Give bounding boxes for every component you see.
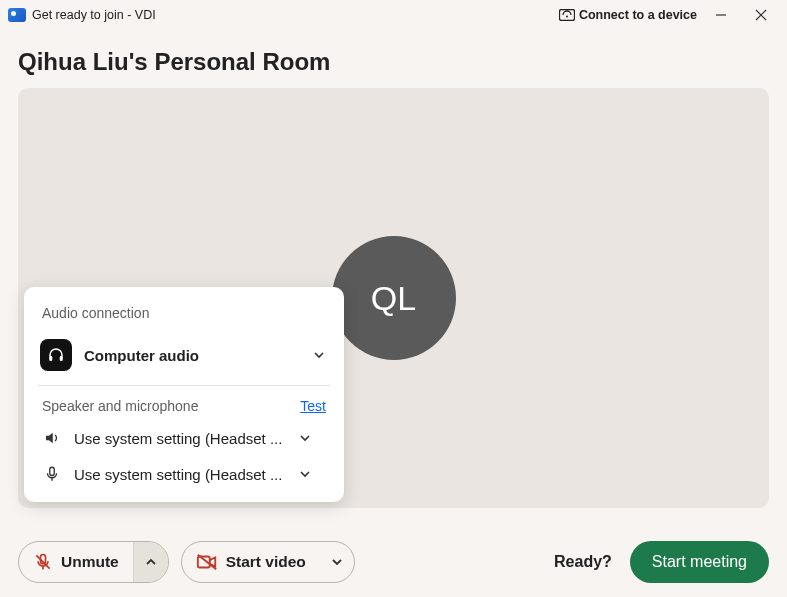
avatar: QL [332, 236, 456, 360]
chevron-down-icon [296, 429, 314, 447]
bottom-controls: Unmute Start video Ready? St [0, 541, 787, 583]
connect-to-device-label: Connect to a device [579, 8, 697, 22]
test-link[interactable]: Test [300, 398, 326, 414]
headset-icon [40, 339, 72, 371]
ready-prompt: Ready? [554, 553, 612, 571]
unmute-options-button[interactable] [133, 542, 168, 582]
chevron-down-icon [296, 465, 314, 483]
avatar-initials: QL [371, 279, 416, 318]
connect-to-device-button[interactable]: Connect to a device [555, 8, 701, 22]
video-options-button[interactable] [320, 542, 354, 582]
start-video-button[interactable]: Start video [182, 542, 320, 582]
unmute-label: Unmute [61, 553, 119, 571]
microphone-muted-icon [33, 552, 53, 572]
audio-connection-heading: Audio connection [38, 305, 330, 321]
start-video-label: Start video [226, 553, 306, 571]
audio-option-label: Computer audio [84, 347, 298, 364]
svg-rect-6 [60, 356, 63, 361]
svg-rect-7 [50, 467, 55, 475]
cast-icon [559, 9, 575, 21]
speaker-icon [42, 428, 62, 448]
microphone-icon [42, 464, 62, 484]
unmute-button[interactable]: Unmute [19, 542, 133, 582]
audio-option-row[interactable]: Computer audio [38, 335, 330, 386]
window-title: Get ready to join - VDI [32, 8, 156, 22]
svg-point-1 [566, 16, 568, 18]
minimize-button[interactable] [701, 0, 741, 30]
microphone-selector[interactable]: Use system setting (Headset ... [38, 456, 330, 492]
window-titlebar: Get ready to join - VDI Connect to a dev… [0, 0, 787, 30]
app-icon [8, 8, 26, 22]
video-preview-area: QL Audio connection Computer audio Speak… [18, 88, 769, 508]
chevron-up-icon [144, 555, 158, 569]
close-button[interactable] [741, 0, 781, 30]
speaker-mic-heading: Speaker and microphone [42, 398, 198, 414]
video-off-icon [196, 552, 218, 572]
chevron-down-icon [310, 346, 328, 364]
speaker-label: Use system setting (Headset ... [74, 430, 284, 447]
microphone-label: Use system setting (Headset ... [74, 466, 284, 483]
chevron-down-icon [330, 555, 344, 569]
start-video-control: Start video [181, 541, 355, 583]
speaker-selector[interactable]: Use system setting (Headset ... [38, 420, 330, 456]
unmute-control: Unmute [18, 541, 169, 583]
svg-rect-5 [49, 356, 52, 361]
room-title: Qihua Liu's Personal Room [0, 30, 787, 88]
audio-connection-popover: Audio connection Computer audio Speaker … [24, 287, 344, 502]
start-meeting-button[interactable]: Start meeting [630, 541, 769, 583]
